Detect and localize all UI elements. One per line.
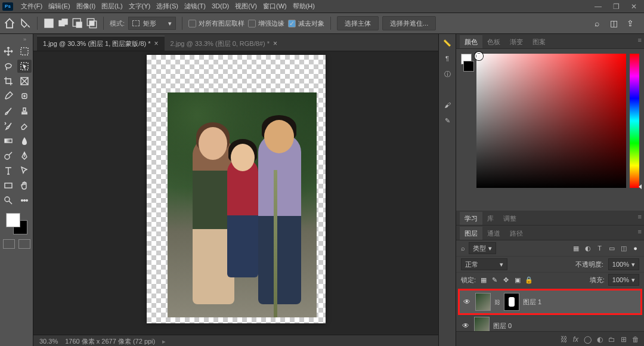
select-subject-button[interactable]: 选择主体	[337, 16, 379, 30]
blur-tool[interactable]	[17, 134, 32, 147]
dodge-tool[interactable]	[1, 149, 16, 162]
ruler-icon[interactable]: 📏	[442, 38, 453, 48]
menu-edit[interactable]: 编辑(E)	[45, 0, 73, 13]
window-close[interactable]: ✕	[626, 1, 642, 12]
layer-mask-thumbnail[interactable]	[504, 293, 519, 311]
filter-adjustment-icon[interactable]: ◐	[584, 245, 592, 252]
frame-tool[interactable]	[17, 75, 32, 88]
lock-all-icon[interactable]: 🔒	[525, 276, 532, 284]
enhance-edge-checkbox[interactable]: 增强边缘	[248, 19, 284, 28]
color-bg-swatch[interactable]	[463, 61, 474, 72]
layer-kind-combo[interactable]: 类型▾	[469, 242, 496, 254]
eyedropper-tool[interactable]	[1, 89, 16, 103]
tab-gradients[interactable]: 渐变	[505, 35, 528, 48]
lock-artboard-icon[interactable]: ▣	[513, 276, 521, 284]
document-tab-1[interactable]: 1.jpg @ 30.3% (图层 1, 图层蒙版/8) *×	[37, 36, 165, 51]
healing-tool[interactable]	[17, 89, 32, 103]
menu-window[interactable]: 窗口(W)	[260, 0, 290, 13]
layer-row-1[interactable]: 👁 ⛓ 图层 1	[459, 289, 642, 314]
close-icon[interactable]: ×	[154, 39, 159, 48]
home-icon[interactable]	[4, 17, 16, 29]
hand-tool[interactable]	[17, 179, 32, 192]
tab-learn[interactable]: 学习	[460, 212, 482, 225]
rectangle-tool[interactable]	[1, 179, 16, 192]
visibility-toggle-icon[interactable]: 👁	[463, 298, 472, 306]
menu-3d[interactable]: 3D(D)	[209, 0, 232, 13]
color-field[interactable]	[476, 54, 626, 188]
new-selection-icon[interactable]	[44, 18, 54, 29]
tab-channels[interactable]: 通道	[482, 227, 505, 240]
mask-link-icon[interactable]: ⛓	[494, 299, 500, 305]
tab-color[interactable]: 颜色	[460, 35, 482, 48]
canvas[interactable]	[147, 55, 326, 323]
zoom-level[interactable]: 30.3%	[39, 338, 58, 345]
panel-menu-icon[interactable]: ≡	[638, 213, 642, 220]
menu-view[interactable]: 视图(V)	[232, 0, 260, 13]
menu-filter[interactable]: 滤镜(T)	[181, 0, 209, 13]
panel-menu-icon[interactable]: ≡	[638, 228, 642, 235]
pen-tool[interactable]	[17, 149, 32, 162]
type-tool[interactable]	[1, 164, 16, 177]
layer-name[interactable]: 图层 0	[493, 322, 512, 330]
sample-all-layers-checkbox[interactable]: 对所有图层取样	[188, 19, 244, 28]
filter-type-icon[interactable]: T	[596, 245, 603, 252]
layer-row-0[interactable]: 👁 图层 0	[459, 314, 642, 331]
edit-toolbar[interactable]	[17, 194, 32, 207]
crop-tool[interactable]	[1, 75, 16, 88]
blend-mode-combo[interactable]: 正常▾	[461, 258, 507, 270]
marquee-tool[interactable]	[17, 45, 32, 58]
eraser-tool[interactable]	[17, 119, 32, 132]
stamp-tool[interactable]	[17, 104, 32, 118]
layer-name[interactable]: 图层 1	[523, 298, 541, 307]
opacity-input[interactable]: 100%▾	[608, 258, 639, 270]
tab-layers[interactable]: 图层	[460, 227, 482, 240]
tab-adjustments[interactable]: 调整	[499, 212, 521, 225]
menu-image[interactable]: 图像(I)	[73, 0, 98, 13]
path-selection-tool[interactable]	[17, 164, 32, 177]
add-selection-icon[interactable]	[58, 18, 69, 29]
layer-thumbnail[interactable]	[475, 293, 491, 311]
workspace-icon[interactable]: ◫	[608, 18, 619, 29]
screen-mode-icon[interactable]	[18, 239, 30, 249]
brushes-icon[interactable]: ✎	[442, 115, 453, 126]
move-tool[interactable]	[1, 45, 16, 58]
layer-search[interactable]: ⌕	[461, 245, 465, 252]
search-icon[interactable]: ⌕	[592, 18, 602, 29]
tab-swatches[interactable]: 色板	[482, 35, 505, 48]
new-group-icon[interactable]: 🗀	[608, 335, 615, 344]
window-restore[interactable]: ❐	[608, 1, 624, 12]
menu-layer[interactable]: 图层(L)	[98, 0, 125, 13]
add-mask-icon[interactable]: ◯	[584, 335, 592, 344]
lock-transparency-icon[interactable]: ▦	[479, 276, 487, 284]
new-layer-icon[interactable]: ⊞	[621, 335, 627, 344]
intersect-selection-icon[interactable]	[86, 18, 97, 29]
window-minimize[interactable]: —	[590, 1, 606, 12]
zoom-tool[interactable]	[1, 194, 16, 207]
lasso-tool[interactable]	[1, 60, 16, 73]
subtract-selection-icon[interactable]	[72, 18, 83, 29]
panel-menu-icon[interactable]: ≡	[638, 36, 642, 44]
toolbox-collapse-icon[interactable]: »	[23, 36, 30, 44]
object-selection-tool[interactable]	[17, 60, 32, 73]
share-icon[interactable]: ⇪	[625, 18, 636, 29]
layer-thumbnail[interactable]	[474, 317, 490, 331]
layer-style-icon[interactable]: fx	[573, 335, 578, 344]
close-icon[interactable]: ×	[273, 39, 277, 48]
hue-slider[interactable]	[630, 54, 639, 188]
tool-preset-icon[interactable]	[20, 18, 31, 29]
subtract-object-checkbox[interactable]: ✓减去对象	[288, 19, 324, 28]
adjustment-layer-icon[interactable]: ◐	[597, 335, 603, 344]
tab-patterns[interactable]: 图案	[528, 35, 550, 48]
menu-file[interactable]: 文件(F)	[18, 0, 45, 13]
quick-mask-icon[interactable]	[3, 239, 15, 249]
info-icon[interactable]: ⓘ	[442, 69, 453, 79]
lock-position-icon[interactable]: ✥	[502, 276, 510, 284]
filter-toggle-icon[interactable]: ●	[631, 245, 639, 252]
menu-type[interactable]: 文字(Y)	[126, 0, 154, 13]
filter-smart-icon[interactable]: ◫	[620, 245, 627, 252]
mode-combo[interactable]: 矩形▾	[128, 17, 176, 30]
history-brush-tool[interactable]	[1, 119, 16, 132]
fill-input[interactable]: 100%▾	[608, 274, 639, 286]
menu-select[interactable]: 选择(S)	[153, 0, 181, 13]
color-swatches[interactable]	[6, 213, 27, 234]
